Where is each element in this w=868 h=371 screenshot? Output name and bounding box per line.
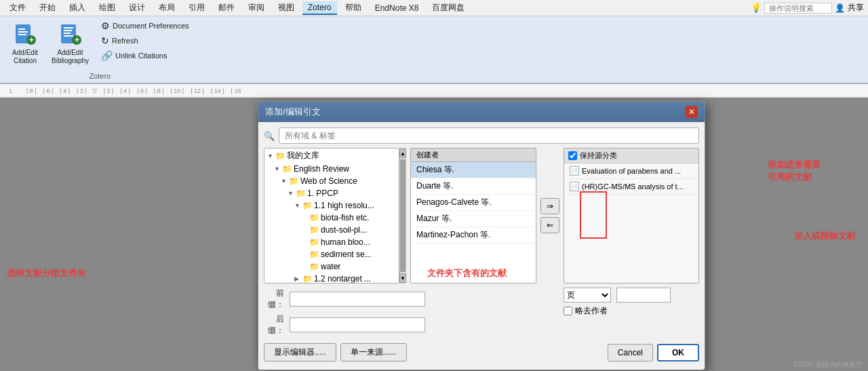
tree-item-library[interactable]: ▼ 📁 我的文库 xyxy=(264,149,399,163)
menu-layout[interactable]: 布局 xyxy=(153,1,180,15)
ribbon-buttons-row: + Add/EditCitation + xyxy=(8,19,192,68)
tree-scroll-thumb[interactable] xyxy=(400,159,406,272)
tree-item-label: English Review xyxy=(294,164,349,174)
tree-scroll-up[interactable]: ▲ xyxy=(399,149,406,158)
menu-design[interactable]: 设计 xyxy=(123,1,151,15)
document-preferences-label: Document Preferences xyxy=(113,22,189,30)
menu-review[interactable]: 审阅 xyxy=(243,1,270,15)
ribbon-group-zotero: + Add/EditCitation + xyxy=(5,19,200,80)
tree-item-web-of-science[interactable]: ▼ 📁 Web of Science xyxy=(264,175,399,187)
tree-item-human[interactable]: ▶ 📁 human bloo... xyxy=(264,236,399,248)
menu-bar: 文件 开始 插入 绘图 设计 布局 引用 邮件 审阅 视图 Zotero 帮助 … xyxy=(0,0,868,16)
tree-item-label: Web of Science xyxy=(300,176,357,186)
menu-view[interactable]: 视图 xyxy=(273,1,300,15)
refresh-button[interactable]: ↻ Refresh xyxy=(98,34,192,47)
list-item-chiesa[interactable]: Chiesa 等. xyxy=(411,162,536,178)
search-field[interactable] xyxy=(279,128,699,144)
menu-file[interactable]: 文件 xyxy=(4,1,31,15)
add-arrow-button[interactable]: ⇒ xyxy=(540,198,559,214)
menu-endnote[interactable]: EndNote X8 xyxy=(370,2,425,14)
tree-item-english-review[interactable]: ▼ 📁 English Review xyxy=(264,163,399,175)
document-preferences-icon: ⚙ xyxy=(101,20,110,31)
keep-source-checkbox[interactable] xyxy=(568,151,577,160)
show-editor-button[interactable]: 显示编辑器..... xyxy=(264,343,336,362)
right-pane-item-2[interactable]: 📄 (HR)GC-MS/MS analysis of t... xyxy=(564,179,698,195)
page-input[interactable] xyxy=(616,288,671,302)
arrows-panel: ⇒ ⇐ xyxy=(540,148,559,284)
list-item-duarte[interactable]: Duarte 等. xyxy=(411,178,536,195)
omit-author-label: 略去作者 xyxy=(575,305,608,317)
ok-button[interactable]: OK xyxy=(657,344,699,362)
tree-item-high-resolu[interactable]: ▼ 📁 1.1 high resolu... xyxy=(264,199,399,212)
menu-insert[interactable]: 插入 xyxy=(64,1,91,15)
folder-icon: 📁 xyxy=(309,225,319,235)
remove-arrow-button[interactable]: ⇐ xyxy=(540,217,559,233)
tree-item-dust[interactable]: ▶ 📁 dust-soil-pl... xyxy=(264,224,399,236)
menu-zotero[interactable]: Zotero xyxy=(302,1,337,15)
search-input[interactable] xyxy=(764,3,832,14)
search-icon: 🔍 xyxy=(264,131,275,141)
menu-start[interactable]: 开始 xyxy=(34,1,61,15)
annotation-add-citation: 添加进来需要引用的文献 xyxy=(768,159,856,183)
tree-arrow-english-review: ▼ xyxy=(274,165,281,172)
cancel-button[interactable]: Cancel xyxy=(608,344,653,362)
suffix-input[interactable] xyxy=(290,317,425,332)
tree-item-label: biota-fish etc. xyxy=(321,213,369,222)
unlink-icon: 🔗 xyxy=(101,50,113,61)
list-item-mazur[interactable]: Mazur 等. xyxy=(411,211,536,227)
menu-mail[interactable]: 邮件 xyxy=(213,1,240,15)
ruler-content: L | 8 | | 6 | | 4 | | 2 | ▽ | 2 | | 4 | … xyxy=(3,87,865,94)
add-bibliography-label: Add/EditBibliography xyxy=(52,49,89,65)
page-select[interactable]: 页 xyxy=(564,288,611,302)
single-source-button[interactable]: 单一来源...... xyxy=(340,343,407,362)
svg-rect-10 xyxy=(64,35,73,37)
right-form-col: 页 略去作者 xyxy=(564,288,699,336)
ok-cancel-buttons: Cancel OK xyxy=(608,344,699,362)
unlink-citations-label: Unlink Citations xyxy=(115,52,167,60)
doc-icon-2: 📄 xyxy=(570,182,579,191)
refresh-icon: ↻ xyxy=(101,35,109,46)
share-label: 共享 xyxy=(848,2,864,14)
tree-item-biota[interactable]: ▶ 📁 biota-fish etc. xyxy=(264,212,399,224)
watermark: CSDN @跳动的闸尾巴 xyxy=(794,360,863,370)
tree-item-nontarget[interactable]: ▶ 📁 1.2 nontarget ... xyxy=(264,273,399,284)
menu-draw[interactable]: 绘图 xyxy=(94,1,121,15)
document-preferences-button[interactable]: ⚙ Document Preferences xyxy=(98,19,192,33)
keep-source-label: 保持源分类 xyxy=(580,151,617,161)
tree-arrow-ppcp: ▼ xyxy=(288,190,294,197)
tree-scroll-down[interactable]: ▼ xyxy=(399,273,406,283)
annotation-select-folder: 选择文献分组文件夹 xyxy=(7,267,86,279)
unlink-citations-button[interactable]: 🔗 Unlink Citations xyxy=(98,49,192,62)
dialog-close-button[interactable]: ✕ xyxy=(686,106,698,118)
tree-item-sediment[interactable]: ▶ 📁 sediment se... xyxy=(264,248,399,260)
menu-baidu[interactable]: 百度网盘 xyxy=(427,1,470,15)
tree-item-water[interactable]: ▶ 📁 water xyxy=(264,260,399,273)
add-citation-label: Add/EditCitation xyxy=(12,49,38,65)
ribbon-small-btns: ⚙ Document Preferences ↻ Refresh 🔗 Unlin… xyxy=(98,19,192,62)
list-pane: Chiesa 等. Duarte 等. Penagos-Calvete 等. M… xyxy=(410,161,536,284)
dialog-title: 添加/编辑引文 xyxy=(265,106,321,118)
main-area: 多篇文献同时导入{Citation} 添加/编辑引文 ✕ 🔍 xyxy=(0,98,868,371)
tree-list-area: ▼ 📁 我的文库 ▼ 📁 English Review xyxy=(264,148,699,284)
svg-text:+: + xyxy=(75,35,79,45)
suffix-row: 后缀： xyxy=(264,313,558,336)
prefix-label: 前缀： xyxy=(264,288,284,311)
add-citation-icon: + xyxy=(13,22,37,46)
right-pane-item-1[interactable]: 📄 Evaluation of parabens and ... xyxy=(564,163,698,179)
menu-reference[interactable]: 引用 xyxy=(183,1,210,15)
list-item-martinez[interactable]: Martinez-Pachon 等. xyxy=(411,227,536,243)
svg-rect-1 xyxy=(18,28,25,30)
add-edit-citation-button[interactable]: + Add/EditCitation xyxy=(8,19,42,68)
tree-item-label: human bloo... xyxy=(321,237,370,247)
list-item-penagos[interactable]: Penagos-Calvete 等. xyxy=(411,195,536,211)
refresh-label: Refresh xyxy=(112,37,138,45)
tree-item-ppcp[interactable]: ▼ 📁 1. PPCP xyxy=(264,187,399,199)
prefix-input[interactable] xyxy=(290,292,425,307)
svg-rect-2 xyxy=(18,31,28,33)
add-edit-bibliography-button[interactable]: + Add/EditBibliography xyxy=(47,19,93,68)
omit-author-checkbox[interactable] xyxy=(564,307,572,315)
folder-icon: 📁 xyxy=(296,189,306,198)
menu-help[interactable]: 帮助 xyxy=(340,1,367,15)
ruler: L | 8 | | 6 | | 4 | | 2 | ▽ | 2 | | 4 | … xyxy=(0,84,868,98)
dialog-titlebar: 添加/编辑引文 ✕ xyxy=(258,102,705,122)
